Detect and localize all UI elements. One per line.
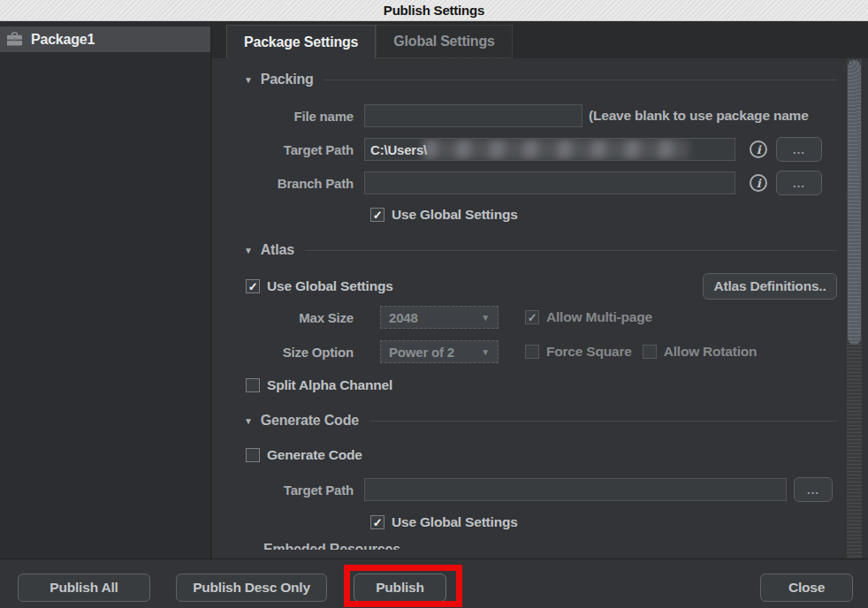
tab-strip: Package Settings Global Settings [212, 21, 868, 58]
titlebar[interactable]: Publish Settings [0, 0, 868, 21]
package-icon [6, 32, 23, 47]
split-alpha-row: Split Alpha Channel [246, 377, 837, 393]
section-title: Generate Code [261, 413, 359, 429]
chevron-down-icon: ▼ [481, 347, 490, 357]
allow-rotation-label: Allow Rotation [664, 344, 758, 360]
max-size-label: Max Size [244, 310, 354, 325]
chevron-down-icon: ▼ [481, 313, 490, 323]
collapse-arrow-icon[interactable]: ▼ [244, 416, 253, 426]
package-settings-content: ▼ Packing File name (Leave blank to use … [212, 58, 837, 559]
packing-use-global-row: ✓ Use Global Settings [370, 207, 837, 223]
size-option-row: Size Option Power of 2 ▼ Force Square Al… [244, 340, 837, 363]
use-global-settings-checkbox[interactable]: ✓ [246, 279, 260, 293]
section-title: Atlas [261, 242, 294, 258]
redaction-blur [423, 140, 689, 159]
section-divider [305, 250, 837, 251]
generate-code-row: Generate Code [246, 447, 837, 463]
scrollbar-thumb[interactable] [848, 60, 861, 345]
target-path-label: Target Path [244, 142, 354, 157]
section-header-packing[interactable]: ▼ Packing [244, 71, 837, 88]
use-global-settings-checkbox[interactable]: ✓ [370, 208, 385, 222]
gc-target-path-label: Target Path [244, 483, 354, 498]
section-title: Packing [261, 72, 314, 87]
collapse-arrow-icon[interactable]: ▼ [244, 246, 253, 255]
generate-code-label: Generate Code [267, 447, 362, 463]
section-divider [369, 421, 837, 422]
split-alpha-checkbox[interactable] [246, 378, 260, 392]
close-button[interactable]: Close [760, 574, 853, 602]
section-header-atlas[interactable]: ▼ Atlas [244, 241, 837, 259]
file-name-input[interactable] [364, 104, 582, 127]
info-icon[interactable]: i [750, 141, 767, 158]
target-path-browse-button[interactable]: ... [776, 137, 822, 162]
atlas-definitions-button[interactable]: Atlas Definitions.. [703, 273, 837, 300]
section-divider [324, 80, 837, 80]
force-square-checkbox[interactable] [525, 345, 539, 359]
package-list-sidebar: Package1 [0, 21, 210, 559]
allow-multipage-label: Allow Multi-page [546, 309, 652, 325]
tab-global-settings[interactable]: Global Settings [376, 25, 512, 58]
section-header-generate-code[interactable]: ▼ Generate Code [244, 412, 837, 429]
file-name-row: File name (Leave blank to use package na… [244, 103, 837, 128]
size-option-label: Size Option [244, 345, 354, 360]
branch-path-browse-button[interactable]: ... [776, 171, 822, 195]
window-title: Publish Settings [384, 3, 484, 18]
settings-panel: Package Settings Global Settings ▼ Packi… [210, 21, 868, 559]
gc-target-path-browse-button[interactable]: ... [794, 477, 833, 502]
clipped-next-section-title: Embeded Resources [263, 542, 837, 550]
branch-path-row: Branch Path i ... [244, 171, 837, 195]
branch-path-label: Branch Path [244, 176, 354, 191]
file-name-label: File name [244, 109, 354, 124]
atlas-use-global-row: ✓ Use Global Settings Atlas Definitions.… [246, 273, 837, 300]
size-option-dropdown[interactable]: Power of 2 ▼ [380, 340, 499, 363]
force-square-label: Force Square [546, 344, 632, 360]
use-global-settings-label: Use Global Settings [392, 207, 518, 223]
use-global-settings-checkbox[interactable]: ✓ [370, 515, 385, 529]
use-global-settings-label: Use Global Settings [392, 514, 518, 530]
collapse-arrow-icon[interactable]: ▼ [244, 75, 253, 85]
gc-use-global-row: ✓ Use Global Settings [370, 514, 837, 530]
target-path-input[interactable]: C:\Users\ [364, 138, 735, 161]
max-size-dropdown[interactable]: 2048 ▼ [380, 306, 499, 329]
publish-button[interactable]: Publish [354, 574, 446, 602]
package-item-label: Package1 [31, 32, 95, 48]
vertical-scrollbar[interactable] [847, 58, 862, 559]
target-path-row: Target Path C:\Users\ i ... [244, 137, 837, 162]
max-size-row: Max Size 2048 ▼ ✓ Allow Multi-page [244, 306, 837, 329]
use-global-settings-label: Use Global Settings [267, 278, 393, 294]
dialog-footer: Publish All Publish Desc Only Publish Cl… [0, 559, 868, 607]
branch-path-input[interactable] [364, 171, 735, 194]
gc-target-path-input[interactable] [364, 478, 787, 501]
sidebar-item-package1[interactable]: Package1 [0, 27, 210, 52]
generate-code-checkbox[interactable] [246, 448, 260, 462]
publish-desc-only-button[interactable]: Publish Desc Only [176, 574, 327, 602]
info-icon[interactable]: i [750, 174, 767, 192]
gc-target-path-row: Target Path ... [244, 477, 837, 502]
publish-all-button[interactable]: Publish All [18, 574, 150, 602]
file-name-hint: (Leave blank to use package name [589, 108, 809, 124]
publish-settings-dialog: Package1 Package Settings Global Setting… [0, 21, 868, 559]
allow-rotation-checkbox[interactable] [643, 345, 657, 359]
allow-multipage-checkbox[interactable]: ✓ [525, 310, 539, 324]
tab-package-settings[interactable]: Package Settings [226, 25, 376, 58]
split-alpha-label: Split Alpha Channel [267, 377, 392, 393]
